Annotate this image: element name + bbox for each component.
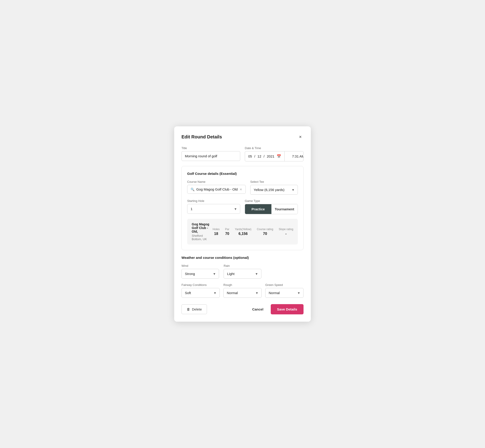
green-speed-label: Green Speed (265, 283, 304, 287)
starting-hole-label: Starting Hole (187, 199, 240, 203)
title-input[interactable] (181, 151, 240, 161)
rain-wrapper: None Light Moderate Heavy ▼ (224, 269, 261, 279)
wind-group: Wind None Light Moderate Strong ▼ (181, 264, 219, 279)
trash-icon: 🗑 (187, 307, 190, 311)
course-location: Shelford Bottom, UK (192, 234, 213, 241)
starting-hole-dropdown[interactable]: 1 2345 6789 10 (187, 204, 240, 214)
search-icon: 🔍 (191, 188, 194, 191)
practice-button[interactable]: Practice (245, 204, 271, 214)
game-type-label: Game Type (245, 199, 298, 203)
stat-holes: Holes 18 (213, 228, 220, 236)
slope-rating-label: Slope rating (279, 228, 293, 231)
clear-icon[interactable]: ✕ (240, 188, 242, 191)
title-label: Title (181, 146, 240, 150)
fairway-group: Fairway Conditions Soft Normal Firm ▼ (181, 283, 220, 298)
select-tee-dropdown[interactable]: Yellow (6,156 yards) White Red Blue (250, 185, 298, 195)
golf-course-section: Golf Course details (Essential) Course N… (181, 166, 304, 250)
rough-dropdown[interactable]: Soft Normal Firm (223, 288, 262, 298)
stat-slope-rating: Slope rating - (279, 228, 293, 236)
wind-label: Wind (181, 264, 219, 267)
wind-rain-row: Wind None Light Moderate Strong ▼ Rain N… (181, 264, 304, 279)
date-year: 2021 (267, 154, 274, 158)
stat-yards: Yards(Yellow) 6,156 (235, 228, 251, 236)
date-sep1: / (254, 154, 255, 158)
date-day: 12 (258, 154, 261, 158)
starting-hole-wrapper: 1 2345 6789 10 ▼ (187, 204, 240, 214)
fairway-label: Fairway Conditions (181, 283, 220, 287)
par-label: Par (225, 228, 229, 231)
stat-par: Par 70 (225, 228, 229, 236)
select-tee-wrapper: Yellow (6,156 yards) White Red Blue ▼ (250, 185, 298, 195)
course-name-input[interactable] (196, 187, 240, 191)
date-time-row: 05 / 12 / 2021 📅 7:31 AM (245, 151, 304, 161)
datetime-label: Date & Time (245, 146, 304, 150)
wind-wrapper: None Light Moderate Strong ▼ (181, 269, 219, 279)
course-name-search-wrapper[interactable]: 🔍 ✕ (187, 185, 246, 194)
rain-dropdown[interactable]: None Light Moderate Heavy (224, 269, 261, 279)
course-name-label: Course Name (187, 180, 246, 184)
delete-button[interactable]: 🗑 Delete (181, 304, 207, 314)
golf-section-title: Golf Course details (Essential) (187, 172, 298, 176)
tournament-button[interactable]: Tournament (271, 204, 298, 214)
yards-label: Yards(Yellow) (235, 228, 251, 231)
game-type-toggle: Practice Tournament (245, 204, 298, 214)
holes-label: Holes (213, 228, 220, 231)
game-type-group: Game Type Practice Tournament (245, 199, 298, 214)
par-value: 70 (225, 232, 229, 236)
delete-label: Delete (192, 307, 202, 311)
conditions-row: Fairway Conditions Soft Normal Firm ▼ Ro… (181, 283, 304, 298)
calendar-icon: 📅 (277, 154, 281, 159)
green-speed-dropdown[interactable]: Slow Normal Fast (265, 288, 304, 298)
time-part[interactable]: 7:31 AM (285, 151, 304, 161)
modal-header: Edit Round Details × (181, 134, 304, 140)
close-button[interactable]: × (297, 134, 304, 140)
rough-label: Rough (223, 283, 262, 287)
modal-title: Edit Round Details (181, 134, 222, 140)
course-name-bold: Gog Magog Golf Club - Old, (192, 222, 213, 233)
cancel-button[interactable]: Cancel (248, 304, 267, 314)
weather-section: Weather and course conditions (optional)… (181, 256, 304, 298)
title-field-group: Title (181, 146, 240, 161)
date-part[interactable]: 05 / 12 / 2021 📅 (245, 151, 285, 161)
fairway-dropdown[interactable]: Soft Normal Firm (181, 288, 220, 298)
stat-course-rating: Course rating 70 (257, 228, 273, 236)
title-date-row: Title Date & Time 05 / 12 / 2021 📅 7:31 … (181, 146, 304, 161)
rain-group: Rain None Light Moderate Heavy ▼ (224, 264, 261, 279)
select-tee-group: Select Tee Yellow (6,156 yards) White Re… (250, 180, 298, 195)
holes-value: 18 (213, 232, 220, 236)
wind-dropdown[interactable]: None Light Moderate Strong (181, 269, 219, 279)
footer-right: Cancel Save Details (248, 304, 304, 314)
fairway-wrapper: Soft Normal Firm ▼ (181, 288, 220, 298)
time-value: 7:31 AM (292, 154, 304, 158)
date-sep2: / (264, 154, 265, 158)
save-button[interactable]: Save Details (271, 304, 304, 314)
course-info-name: Gog Magog Golf Club - Old, Shelford Bott… (192, 222, 213, 241)
yards-value: 6,156 (235, 232, 251, 236)
course-rating-value: 70 (257, 232, 273, 236)
course-name-group: Course Name 🔍 ✕ (187, 180, 246, 195)
green-speed-wrapper: Slow Normal Fast ▼ (265, 288, 304, 298)
course-stats: Holes 18 Par 70 Yards(Yellow) 6,156 Cour… (213, 228, 293, 236)
select-tee-label: Select Tee (250, 180, 298, 184)
course-info-box: Gog Magog Golf Club - Old, Shelford Bott… (187, 219, 298, 245)
course-rating-label: Course rating (257, 228, 273, 231)
green-speed-group: Green Speed Slow Normal Fast ▼ (265, 283, 304, 298)
rain-label: Rain (224, 264, 261, 267)
starting-hole-group: Starting Hole 1 2345 6789 10 ▼ (187, 199, 240, 214)
edit-round-modal: Edit Round Details × Title Date & Time 0… (174, 126, 311, 322)
rough-wrapper: Soft Normal Firm ▼ (223, 288, 262, 298)
course-tee-row: Course Name 🔍 ✕ Select Tee Yellow (6,156… (187, 180, 298, 195)
slope-rating-value: - (279, 232, 293, 236)
weather-section-title: Weather and course conditions (optional) (181, 256, 304, 259)
starting-hole-gametype-row: Starting Hole 1 2345 6789 10 ▼ Game Type… (187, 199, 298, 214)
datetime-field-group: Date & Time 05 / 12 / 2021 📅 7:31 AM (245, 146, 304, 161)
rough-group: Rough Soft Normal Firm ▼ (223, 283, 262, 298)
date-month: 05 (248, 154, 252, 158)
footer-row: 🗑 Delete Cancel Save Details (181, 304, 304, 314)
